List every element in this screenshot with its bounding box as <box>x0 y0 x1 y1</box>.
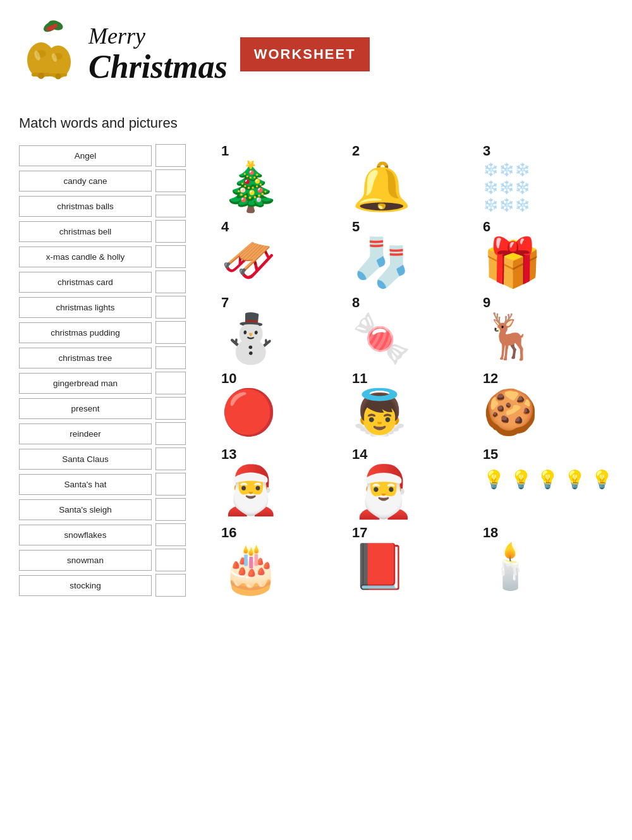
answer-input-box[interactable] <box>155 523 186 546</box>
title-block: Merry Christmas <box>88 24 228 85</box>
picture-number: 7 <box>221 296 229 310</box>
picture-emoji: 🎄 <box>221 161 281 213</box>
answer-input-box[interactable] <box>155 397 186 420</box>
picture-number: 9 <box>483 296 490 310</box>
snowflakes-display: ❄️❄️❄️❄️❄️❄️❄️❄️❄️ <box>483 161 552 214</box>
merry-text: Merry <box>88 24 228 49</box>
picture-item: 5🧦 <box>352 220 470 289</box>
picture-item: 1🎄 <box>221 144 339 214</box>
word-row: christmas balls <box>19 195 202 217</box>
word-label: gingerbread man <box>19 373 152 394</box>
answer-input-box[interactable] <box>155 447 186 470</box>
answer-input-box[interactable] <box>155 144 186 167</box>
picture-item: 12🍪 <box>483 372 613 441</box>
picture-emoji: 👼 <box>352 388 407 437</box>
picture-item: 18🕯️ <box>483 526 613 595</box>
picture-emoji: 🧦 <box>352 236 411 289</box>
word-label: snowman <box>19 550 152 571</box>
picture-number: 10 <box>221 372 236 386</box>
picture-item: 10🔴 <box>221 372 339 441</box>
word-label: christmas card <box>19 272 152 293</box>
picture-item: 8🍬 <box>352 296 470 365</box>
picture-item: 15💡 💡 💡 💡 💡 <box>483 447 613 517</box>
word-label: christmas balls <box>19 196 152 217</box>
svg-point-7 <box>38 73 44 79</box>
answer-input-box[interactable] <box>155 372 186 394</box>
word-label: Santa Claus <box>19 449 152 470</box>
picture-emoji: 🎅 <box>352 464 415 520</box>
word-row: snowman <box>19 549 202 571</box>
answer-input-box[interactable] <box>155 346 186 369</box>
word-row: Angel <box>19 144 202 167</box>
picture-emoji: ⛄ <box>221 312 281 365</box>
word-label: christmas bell <box>19 221 152 242</box>
word-label: x-mas candle & holly <box>19 247 152 267</box>
word-row: reindeer <box>19 422 202 445</box>
answer-input-box[interactable] <box>155 473 186 496</box>
picture-item: 16🎂 <box>221 526 339 595</box>
answer-input-box[interactable] <box>155 271 186 293</box>
answer-input-box[interactable] <box>155 321 186 344</box>
word-row: christmas card <box>19 271 202 293</box>
picture-emoji: 🕯️ <box>483 542 538 591</box>
picture-emoji: 🔔 <box>352 161 411 213</box>
word-label: christmas tree <box>19 348 152 368</box>
picture-number: 12 <box>483 372 498 386</box>
bell-holly-icon <box>19 19 82 82</box>
answer-input-box[interactable] <box>155 549 186 571</box>
picture-emoji: 🍪 <box>483 388 538 437</box>
answer-input-box[interactable] <box>155 574 186 597</box>
svg-point-4 <box>47 27 51 32</box>
picture-emoji: 📕 <box>352 542 407 591</box>
picture-number: 3 <box>483 144 490 158</box>
svg-point-3 <box>53 24 58 28</box>
picture-number: 8 <box>352 296 360 310</box>
word-row: stocking <box>19 574 202 597</box>
word-label: Angel <box>19 145 152 166</box>
answer-input-box[interactable] <box>155 422 186 445</box>
picture-item: 2🔔 <box>352 144 470 214</box>
picture-grid: 1🎄2🔔3❄️❄️❄️❄️❄️❄️❄️❄️❄️4🛷5🧦6🎁7⛄8🍬9🦌10🔴11… <box>215 144 613 595</box>
picture-emoji: 🎂 <box>221 542 281 595</box>
picture-number: 18 <box>483 526 498 540</box>
picture-item: 17📕 <box>352 526 470 595</box>
answer-input-box[interactable] <box>155 195 186 217</box>
word-label: reindeer <box>19 423 152 444</box>
picture-number: 15 <box>483 447 498 461</box>
answer-input-box[interactable] <box>155 296 186 319</box>
header: Merry Christmas WORKSHEET <box>19 13 613 96</box>
word-label: stocking <box>19 575 152 596</box>
word-label: candy cane <box>19 171 152 192</box>
word-row: snowflakes <box>19 523 202 546</box>
word-label: present <box>19 398 152 419</box>
picture-number: 13 <box>221 447 236 461</box>
picture-number: 11 <box>352 372 367 386</box>
picture-item: 11👼 <box>352 372 470 441</box>
word-list: Angelcandy canechristmas ballschristmas … <box>19 144 202 597</box>
word-row: Santa's sleigh <box>19 498 202 521</box>
answer-input-box[interactable] <box>155 498 186 521</box>
picture-emoji: 🔴 <box>221 388 276 437</box>
word-row: present <box>19 397 202 420</box>
picture-number: 4 <box>221 220 229 234</box>
worksheet-badge: WORKSHEET <box>240 37 370 71</box>
picture-item: 13🎅 <box>221 447 339 517</box>
answer-input-box[interactable] <box>155 169 186 192</box>
word-label: snowflakes <box>19 525 152 545</box>
svg-point-11 <box>56 74 61 80</box>
picture-number: 1 <box>221 144 229 158</box>
picture-emoji: 🎅 <box>221 464 281 516</box>
picture-number: 2 <box>352 144 360 158</box>
word-label: christmas lights <box>19 297 152 318</box>
picture-item: 4🛷 <box>221 220 339 289</box>
picture-emoji: 🛷 <box>221 236 276 285</box>
subtitle: Match words and pictures <box>19 115 613 131</box>
picture-number: 5 <box>352 220 360 234</box>
picture-item: 7⛄ <box>221 296 339 365</box>
answer-input-box[interactable] <box>155 245 186 268</box>
answer-input-box[interactable] <box>155 220 186 243</box>
picture-emoji: 🎁 <box>483 236 542 289</box>
word-row: christmas pudding <box>19 321 202 344</box>
word-label: christmas pudding <box>19 322 152 343</box>
picture-emoji: 🍬 <box>352 312 411 365</box>
